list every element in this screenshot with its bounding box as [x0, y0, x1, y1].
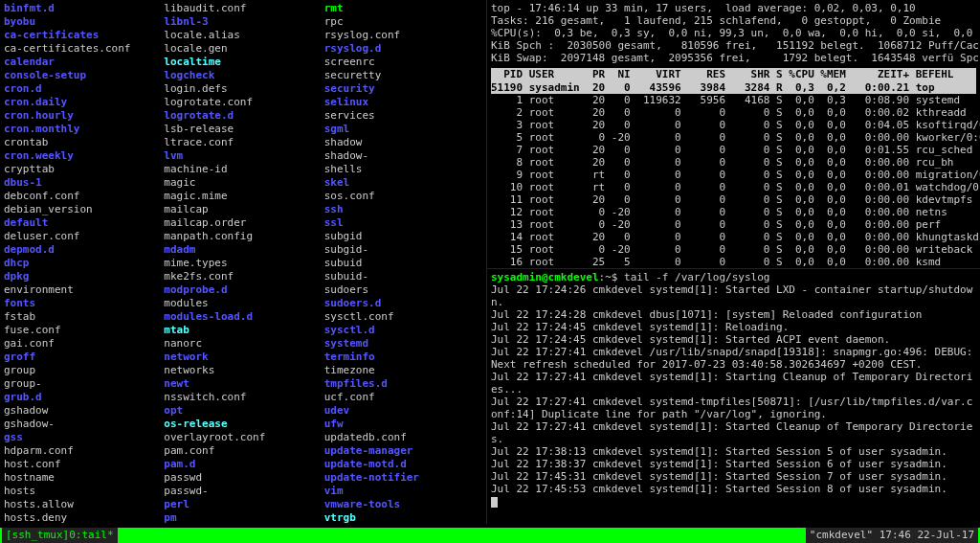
- file-item: opt: [164, 404, 322, 418]
- file-item: shells: [324, 163, 482, 176]
- file-item: cron.hourly: [4, 109, 162, 123]
- file-column-3: rmtrpcrsyslog.confrsyslog.dscreenrcsecur…: [324, 2, 482, 524]
- proc-row: 16 root 25 5 0 0 0 S 0,0 0,0 0:00.00 ksm…: [491, 256, 976, 268]
- file-item: overlayroot.conf: [164, 431, 322, 444]
- file-item: fonts: [4, 297, 162, 310]
- log-line: Jul 22 17:38:13 cmkdevel systemd[1]: Sta…: [491, 445, 976, 458]
- file-item: ssh: [324, 203, 482, 216]
- file-item: crypttab: [4, 163, 162, 176]
- file-item: gss: [4, 431, 162, 444]
- file-item: libaudit.conf: [164, 2, 322, 15]
- file-item: modprobe.d: [164, 283, 322, 297]
- file-item: dpkg: [4, 270, 162, 283]
- right-pane: top - 17:46:14 up 33 min, 17 users, load…: [486, 0, 980, 524]
- file-item: default: [4, 216, 162, 230]
- file-item: modules: [164, 297, 322, 310]
- file-item: cron.monthly: [4, 123, 162, 136]
- file-item: udev: [324, 404, 482, 418]
- file-item: securetty: [324, 69, 482, 82]
- file-item: passwd-: [164, 485, 322, 498]
- cursor-icon: [491, 497, 498, 508]
- file-item: skel: [324, 176, 482, 190]
- command-text: tail -f /var/log/syslog: [624, 271, 769, 283]
- file-item: hosts: [4, 485, 162, 498]
- log-line: Jul 22 17:27:41 cmkdevel systemd[1]: Sta…: [491, 420, 976, 445]
- file-item: debconf.conf: [4, 190, 162, 203]
- file-item: byobu: [4, 15, 162, 29]
- file-item: cron.d: [4, 82, 162, 96]
- prompt-user: sysadmin@cmkdevel: [491, 271, 599, 283]
- file-item: mailcap: [164, 203, 322, 216]
- tmux-session: binfmt.dbyobuca-certificatesca-certifica…: [0, 0, 980, 524]
- file-item: depmod.d: [4, 243, 162, 257]
- log-line: Jul 22 17:24:45 cmkdevel systemd[1]: Rel…: [491, 321, 976, 333]
- file-item: updatedb.conf: [324, 431, 482, 444]
- status-left[interactable]: [ssh_tmux]0:tail*: [2, 528, 118, 543]
- prompt-sep: :~$: [599, 271, 625, 283]
- file-item: ca-certificates.conf: [4, 42, 162, 56]
- file-item: timezone: [324, 364, 482, 377]
- tmux-status-bar[interactable]: [ssh_tmux]0:tail* "cmkdevel" 17:46 22-Ju…: [0, 528, 980, 543]
- file-item: selinux: [324, 96, 482, 109]
- file-item: hosts.deny: [4, 511, 162, 524]
- log-line: Jul 22 17:24:26 cmkdevel systemd[1]: Sta…: [491, 283, 976, 308]
- file-item: logrotate.conf: [164, 96, 322, 109]
- file-item: debian_version: [4, 203, 162, 216]
- file-item: dbus-1: [4, 176, 162, 190]
- file-item: vtrgb: [324, 511, 482, 524]
- file-item: systemd: [324, 337, 482, 351]
- proc-row: 8 root 20 0 0 0 0 S 0,0 0,0 0:00.00 rcu_…: [491, 156, 976, 169]
- log-line: Jul 22 17:45:31 cmkdevel systemd[1]: Sta…: [491, 470, 976, 483]
- ls-output: binfmt.dbyobuca-certificatesca-certifica…: [4, 2, 482, 524]
- file-item: sysctl.d: [324, 324, 482, 337]
- shell-prompt-right: sysadmin@cmkdevel:~$ tail -f /var/log/sy…: [491, 271, 976, 283]
- file-item: hosts.allow: [4, 498, 162, 511]
- file-item: newt: [164, 377, 322, 391]
- file-item: ssl: [324, 216, 482, 230]
- file-item: environment: [4, 283, 162, 297]
- file-item: magic.mime: [164, 190, 322, 203]
- file-item: networks: [164, 364, 322, 377]
- file-item: nsswitch.conf: [164, 391, 322, 404]
- file-item: rsyslog.d: [324, 42, 482, 56]
- proc-row: 7 root 20 0 0 0 0 S 0,0 0,0 0:01.55 rcu_…: [491, 144, 976, 156]
- file-item: login.defs: [164, 82, 322, 96]
- file-item: ca-certificates: [4, 29, 162, 42]
- log-output: Jul 22 17:24:26 cmkdevel systemd[1]: Sta…: [491, 283, 976, 495]
- file-item: console-setup: [4, 69, 162, 82]
- log-line: Jul 22 17:24:28 cmkdevel dbus[1071]: [sy…: [491, 308, 976, 321]
- file-item: sysctl.conf: [324, 310, 482, 324]
- file-item: lsb-release: [164, 123, 322, 136]
- file-item: pam.conf: [164, 444, 322, 458]
- file-item: calendar: [4, 56, 162, 69]
- log-line: Jul 22 17:38:37 cmkdevel systemd[1]: Sta…: [491, 458, 976, 470]
- file-item: update-manager: [324, 444, 482, 458]
- file-item: gshadow-: [4, 418, 162, 431]
- proc-table-header: PID USER PR NI VIRT RES SHR S %CPU %MEM …: [491, 68, 976, 81]
- file-item: lvm: [164, 149, 322, 163]
- file-item: tmpfiles.d: [324, 377, 482, 391]
- top-pane[interactable]: top - 17:46:14 up 33 min, 17 users, load…: [487, 0, 980, 268]
- left-pane-ls[interactable]: binfmt.dbyobuca-certificatesca-certifica…: [0, 0, 486, 524]
- proc-row: 5 root 0 -20 0 0 0 S 0,0 0,0 0:00.00 kwo…: [491, 131, 976, 144]
- top-summary-4: KiB Spch : 2030500 gesamt, 810596 frei, …: [491, 39, 976, 52]
- file-item: machine-id: [164, 163, 322, 176]
- file-item: locale.alias: [164, 29, 322, 42]
- file-item: screenrc: [324, 56, 482, 69]
- file-item: rsyslog.conf: [324, 29, 482, 42]
- file-item: rmt: [324, 2, 482, 15]
- file-item: logcheck: [164, 69, 322, 82]
- file-item: manpath.config: [164, 230, 322, 243]
- file-item: cron.weekly: [4, 149, 162, 163]
- file-item: ltrace.conf: [164, 136, 322, 149]
- file-item: ufw: [324, 418, 482, 431]
- syslog-pane[interactable]: sysadmin@cmkdevel:~$ tail -f /var/log/sy…: [487, 268, 980, 524]
- file-item: groff: [4, 351, 162, 364]
- file-item: group-: [4, 377, 162, 391]
- top-summary-2: Tasks: 216 gesamt, 1 laufend, 215 schlaf…: [491, 14, 976, 27]
- file-item: subgid-: [324, 243, 482, 257]
- log-line: Jul 22 17:27:41 cmkdevel systemd-tmpfile…: [491, 396, 976, 420]
- proc-row: 2 root 20 0 0 0 0 S 0,0 0,0 0:00.02 kthr…: [491, 106, 976, 119]
- proc-row: 10 root rt 0 0 0 0 S 0,0 0,0 0:00.01 wat…: [491, 181, 976, 193]
- file-item: services: [324, 109, 482, 123]
